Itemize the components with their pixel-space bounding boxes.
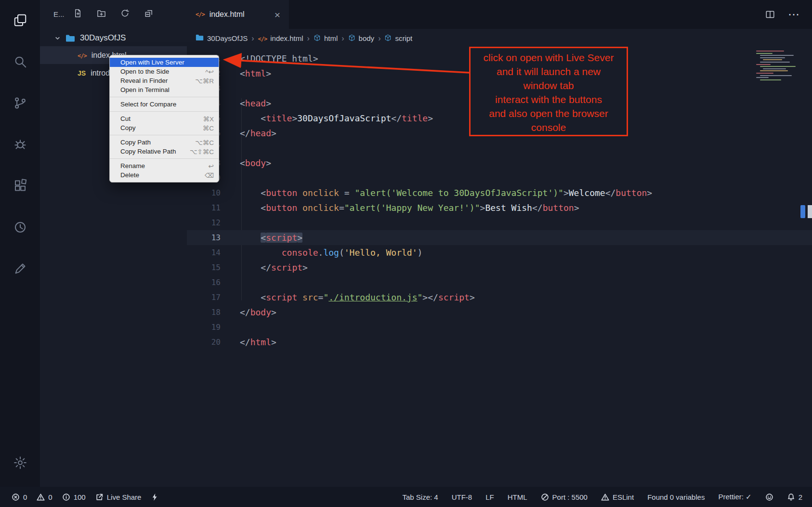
breadcrumb-item-html[interactable]: html <box>314 34 338 43</box>
html-file-icon: </> <box>196 11 205 18</box>
status-bolt[interactable] <box>151 493 159 501</box>
minimap-line <box>756 64 771 65</box>
breadcrumb-item-body[interactable]: body <box>348 34 375 43</box>
annotation-line: window tab <box>471 78 627 92</box>
refresh-icon[interactable] <box>120 9 130 19</box>
code-line-9[interactable]: 9 <box>187 170 812 185</box>
explorer-icon[interactable] <box>10 10 31 31</box>
status-right: Tab Size: 4UTF-8LFHTMLPort : 5500ESLintF… <box>402 493 802 501</box>
menu-item-shortcut: ⌫ <box>205 171 214 179</box>
minimap-line <box>756 77 769 78</box>
collapse-all-icon[interactable] <box>144 9 153 19</box>
menu-item-open-with-live-server[interactable]: Open with Live Server <box>110 58 219 67</box>
code-line-14[interactable]: 14 console.log('Hello, World') <box>187 245 812 260</box>
status-prettier[interactable]: Prettier: ✓ <box>718 493 751 501</box>
breadcrumb-item-index-html[interactable]: </>index.html <box>258 34 303 42</box>
menu-separator <box>110 135 219 135</box>
smiley-icon <box>765 493 773 501</box>
bell-icon <box>787 493 795 501</box>
live-share-icon <box>95 493 104 501</box>
menu-item-copy-relative-path[interactable]: Copy Relative Path⌥⇧⌘C <box>110 147 219 156</box>
menu-item-open-in-terminal[interactable]: Open in Terminal <box>110 85 219 94</box>
menu-item-shortcut: ⌥⌘R <box>195 77 214 85</box>
code-line-16[interactable]: 16 <box>187 275 812 290</box>
symbol-icon <box>348 34 355 43</box>
breadcrumb-item-30daysofjs[interactable]: 30DaysOfJS <box>196 34 248 42</box>
code-line-20[interactable]: 20</html> <box>187 335 812 350</box>
minimap[interactable] <box>756 51 802 81</box>
status-live-share[interactable]: Live Share <box>95 493 142 501</box>
menu-item-shortcut: ^↩ <box>205 68 214 76</box>
warning-icon <box>37 493 45 501</box>
info-icon <box>62 493 70 501</box>
breadcrumb-item-script[interactable]: script <box>384 34 412 43</box>
status-found-0-variables[interactable]: Found 0 variables <box>647 493 705 501</box>
run-debug-icon[interactable] <box>10 134 31 155</box>
status-html[interactable]: HTML <box>508 493 527 501</box>
tab-index-html[interactable]: </> index.html × <box>187 0 289 29</box>
annotation-line: and also open the browser <box>471 106 627 120</box>
status-utf-8[interactable]: UTF-8 <box>452 493 472 501</box>
breadcrumb-label: body <box>359 34 375 42</box>
code-line-11[interactable]: 11 <button onclick="alert('Happy New Yea… <box>187 200 812 215</box>
menu-item-label: Copy <box>120 124 136 131</box>
more-actions-icon[interactable]: ⋯ <box>788 8 800 21</box>
menu-item-open-to-the-side[interactable]: Open to the Side^↩ <box>110 67 219 76</box>
status-0[interactable]: 0 <box>12 493 27 501</box>
status-100[interactable]: 100 <box>62 493 86 501</box>
status-eslint[interactable]: ESLint <box>601 493 634 501</box>
code-line-10[interactable]: 10 <button onclick = "alert('Welcome to … <box>187 185 812 200</box>
minimap-line <box>756 51 784 52</box>
minimap-line <box>760 62 790 63</box>
menu-item-cut[interactable]: Cut⌘X <box>110 114 219 123</box>
status-label: LF <box>485 493 494 501</box>
chevron-down-icon <box>54 35 61 41</box>
new-file-icon[interactable] <box>73 9 82 19</box>
status-smiley[interactable] <box>765 493 773 501</box>
minimap-line <box>763 68 786 69</box>
code-line-7[interactable]: 7 <box>187 141 812 156</box>
code-line-17[interactable]: 17 <script src="./introduction.js"></scr… <box>187 290 812 305</box>
status-label: Found 0 variables <box>647 493 705 501</box>
status-0[interactable]: 0 <box>37 493 52 501</box>
menu-item-copy-path[interactable]: Copy Path⌥⌘C <box>110 138 219 147</box>
code-line-19[interactable]: 19 <box>187 320 812 335</box>
status-2[interactable]: 2 <box>787 493 802 501</box>
line-number: 13 <box>187 230 221 245</box>
minimap-line <box>760 57 785 58</box>
explorer-title: E... <box>53 10 65 18</box>
status-label: 100 <box>74 493 86 501</box>
port-icon <box>541 493 549 501</box>
feedback-icon[interactable] <box>10 258 31 279</box>
code-line-8[interactable]: 8<body> <box>187 156 812 170</box>
status-tab-size-4[interactable]: Tab Size: 4 <box>402 493 438 501</box>
menu-item-reveal-in-finder[interactable]: Reveal in Finder⌥⌘R <box>110 76 219 85</box>
menu-item-label: Reveal in Finder <box>120 77 168 84</box>
menu-item-rename[interactable]: Rename↩ <box>110 161 219 170</box>
menu-item-select-for-compare[interactable]: Select for Compare <box>110 100 219 109</box>
scrollbar-thumb[interactable] <box>808 205 812 218</box>
tab-close-icon[interactable]: × <box>275 10 280 20</box>
source-control-icon[interactable] <box>10 92 31 114</box>
explorer-header: E... <box>40 0 187 28</box>
extensions-icon[interactable] <box>10 175 31 196</box>
code-line-13[interactable]: 13 <script> <box>187 230 812 245</box>
split-editor-icon[interactable] <box>765 9 775 20</box>
code-line-12[interactable]: 12 <box>187 215 812 230</box>
code-line-18[interactable]: 18</body> <box>187 305 812 320</box>
settings-gear-icon[interactable] <box>10 452 31 473</box>
menu-item-copy[interactable]: Copy⌘C <box>110 123 219 132</box>
new-folder-icon[interactable] <box>97 9 106 19</box>
line-content: console.log('Hello, World') <box>240 245 422 260</box>
menu-item-label: Copy Relative Path <box>120 148 176 155</box>
history-icon[interactable] <box>10 217 31 238</box>
breadcrumb-separator: › <box>307 34 310 43</box>
tab-title: index.html <box>210 10 245 19</box>
tree-root-folder[interactable]: 30DaysOfJS <box>40 30 187 46</box>
code-line-15[interactable]: 15 </script> <box>187 260 812 275</box>
line-content: </body> <box>240 305 276 320</box>
status-port-5500[interactable]: Port : 5500 <box>541 493 588 501</box>
status-lf[interactable]: LF <box>485 493 494 501</box>
search-icon[interactable] <box>10 51 31 72</box>
menu-item-delete[interactable]: Delete⌫ <box>110 170 219 180</box>
